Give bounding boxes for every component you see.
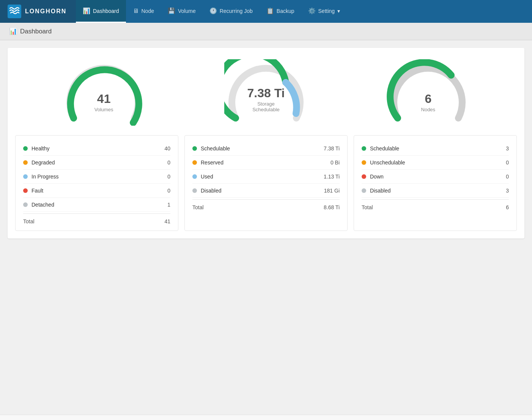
dashboard-card: 41 Volumes 7.38 Ti bbox=[8, 48, 524, 238]
nodes-label: Nodes bbox=[421, 107, 436, 112]
dashboard-icon: 📊 bbox=[83, 7, 90, 14]
nodes-value: 6 bbox=[421, 92, 436, 106]
logo-area: LONGHORN bbox=[0, 0, 76, 23]
nodes-total: Total 6 bbox=[362, 199, 509, 210]
nav-volume[interactable]: 💾 Volume bbox=[161, 0, 203, 23]
value-fault: 0 bbox=[167, 188, 170, 194]
dot-schedulable-nodes bbox=[362, 146, 366, 151]
label-disabled-storage: Disabled bbox=[201, 188, 221, 194]
storage-value: 7.38 Ti bbox=[245, 86, 287, 100]
stat-schedulable-nodes: Schedulable 3 bbox=[362, 142, 509, 156]
nodes-gauge-wrapper: 6 Nodes bbox=[386, 59, 470, 120]
value-healthy: 40 bbox=[164, 145, 170, 152]
stat-degraded: Degraded 0 bbox=[23, 156, 170, 170]
gauges-row: 41 Volumes 7.38 Ti bbox=[15, 59, 517, 124]
storage-gauge-wrapper: 7.38 Ti Storage Schedulable bbox=[224, 59, 308, 120]
dot-disabled-storage bbox=[192, 188, 197, 193]
nav-backup[interactable]: 📋 Backup bbox=[260, 0, 301, 23]
volume-icon: 💾 bbox=[168, 7, 175, 14]
nodes-gauge-text: 6 Nodes bbox=[421, 92, 436, 112]
label-reserved: Reserved bbox=[201, 159, 224, 166]
storage-total-label: Total bbox=[192, 204, 204, 210]
stat-disabled-storage: Disabled 181 Gi bbox=[192, 184, 340, 198]
storage-total-value: 8.68 Ti bbox=[324, 204, 340, 210]
label-down: Down bbox=[370, 174, 384, 180]
backup-icon: 📋 bbox=[266, 7, 274, 14]
value-in-progress: 0 bbox=[167, 174, 170, 180]
dot-detached bbox=[23, 202, 28, 207]
value-degraded: 0 bbox=[167, 159, 170, 166]
stat-fault: Fault 0 bbox=[23, 184, 170, 198]
dot-reserved bbox=[192, 160, 197, 165]
main-content: 41 Volumes 7.38 Ti bbox=[0, 40, 532, 415]
stat-down: Down 0 bbox=[362, 170, 509, 184]
value-schedulable-storage: 7.38 Ti bbox=[324, 145, 340, 152]
recurring-job-icon: 🕐 bbox=[209, 7, 217, 14]
footer: v1.4.2 Documentation Generate Support Bu… bbox=[0, 415, 532, 420]
label-schedulable-storage: Schedulable bbox=[201, 145, 230, 152]
value-disabled-storage: 181 Gi bbox=[324, 188, 340, 194]
dot-schedulable-storage bbox=[192, 146, 197, 151]
label-detached: Detached bbox=[31, 202, 54, 208]
dot-healthy bbox=[23, 146, 28, 151]
storage-gauge-text: 7.38 Ti Storage Schedulable bbox=[245, 86, 287, 112]
dot-unschedulable bbox=[362, 160, 366, 165]
stat-healthy: Healthy 40 bbox=[23, 142, 170, 156]
stat-detached: Detached 1 bbox=[23, 198, 170, 212]
storage-total: Total 8.68 Ti bbox=[192, 199, 340, 210]
value-detached: 1 bbox=[167, 202, 170, 208]
value-down: 0 bbox=[506, 174, 509, 180]
dot-degraded bbox=[23, 160, 28, 165]
dot-disabled-nodes bbox=[362, 188, 366, 193]
stats-row: Healthy 40 Degraded 0 In Progress bbox=[15, 135, 517, 231]
dot-used bbox=[192, 174, 197, 179]
volumes-total-value: 41 bbox=[164, 218, 170, 224]
node-icon: 🖥 bbox=[133, 8, 139, 14]
nav-recurring-job[interactable]: 🕐 Recurring Job bbox=[203, 0, 260, 23]
stat-unschedulable: Unschedulable 0 bbox=[362, 156, 509, 170]
volumes-gauge-wrapper: 41 Volumes bbox=[62, 59, 146, 120]
label-used: Used bbox=[201, 174, 213, 180]
value-used: 1.13 Ti bbox=[324, 174, 340, 180]
nodes-total-value: 6 bbox=[506, 204, 509, 210]
chevron-down-icon: ▾ bbox=[337, 8, 340, 14]
volumes-gauge-text: 41 Volumes bbox=[94, 92, 113, 112]
volumes-total: Total 41 bbox=[23, 213, 170, 224]
storage-stats-card: Schedulable 7.38 Ti Reserved 0 Bi Used bbox=[184, 135, 348, 231]
stat-used: Used 1.13 Ti bbox=[192, 170, 340, 184]
nodes-gauge: 6 Nodes bbox=[375, 59, 481, 124]
value-disabled-nodes: 3 bbox=[506, 188, 509, 194]
label-in-progress: In Progress bbox=[31, 174, 59, 180]
app-name: LONGHORN bbox=[25, 8, 66, 15]
label-schedulable-nodes: Schedulable bbox=[370, 145, 399, 152]
nav-dashboard[interactable]: 📊 Dashboard bbox=[76, 0, 126, 23]
page-title: Dashboard bbox=[20, 28, 52, 35]
nodes-stats-card: Schedulable 3 Unschedulable 0 Down bbox=[354, 135, 517, 231]
page-title-icon: 📊 bbox=[9, 27, 17, 35]
longhorn-logo-icon bbox=[8, 5, 21, 18]
label-disabled-nodes: Disabled bbox=[370, 188, 390, 194]
label-unschedulable: Unschedulable bbox=[370, 159, 405, 166]
volumes-gauge: 41 Volumes bbox=[51, 59, 157, 124]
stat-disabled-nodes: Disabled 3 bbox=[362, 184, 509, 198]
value-schedulable-nodes: 3 bbox=[506, 145, 509, 152]
dot-down bbox=[362, 174, 366, 179]
stat-in-progress: In Progress 0 bbox=[23, 170, 170, 184]
volumes-total-label: Total bbox=[23, 218, 35, 224]
value-reserved: 0 Bi bbox=[331, 159, 340, 166]
nodes-total-label: Total bbox=[362, 204, 373, 210]
value-unschedulable: 0 bbox=[506, 159, 509, 166]
dot-in-progress bbox=[23, 174, 28, 179]
page-title-bar: 📊 Dashboard bbox=[0, 23, 532, 40]
label-degraded: Degraded bbox=[31, 159, 55, 166]
stat-schedulable-storage: Schedulable 7.38 Ti bbox=[192, 142, 340, 156]
dot-fault bbox=[23, 188, 28, 193]
label-fault: Fault bbox=[31, 188, 43, 194]
nav-setting[interactable]: ⚙️ Setting ▾ bbox=[301, 0, 347, 23]
volumes-value: 41 bbox=[94, 92, 113, 106]
nav-node[interactable]: 🖥 Node bbox=[126, 0, 161, 23]
setting-icon: ⚙️ bbox=[308, 7, 316, 14]
volumes-label: Volumes bbox=[94, 107, 113, 112]
volumes-stats-card: Healthy 40 Degraded 0 In Progress bbox=[15, 135, 178, 231]
storage-label: Storage Schedulable bbox=[245, 101, 287, 112]
